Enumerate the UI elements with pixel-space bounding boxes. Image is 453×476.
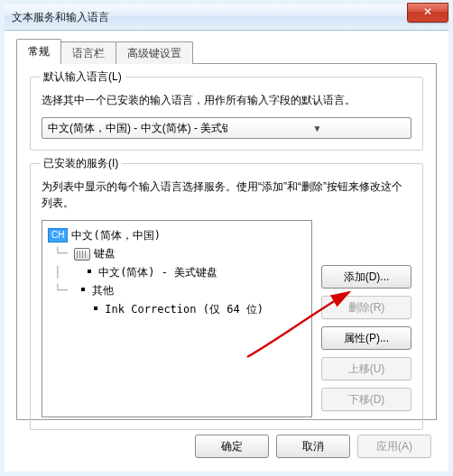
tree-other-item[interactable]: Ink Correction (仅 64 位) <box>48 300 306 318</box>
tree-root-label: 中文(简体，中国) <box>71 226 160 244</box>
tree-connector <box>48 300 87 318</box>
services-area: CH 中文(简体，中国) └─ 键盘 │ 中文(简体) - 美式键盘 <box>42 220 411 418</box>
ok-button[interactable]: 确定 <box>195 435 269 458</box>
cancel-button[interactable]: 取消 <box>276 435 350 458</box>
bullet-icon <box>88 270 91 273</box>
group-installed-services-legend: 已安装的服务(I) <box>40 156 122 171</box>
services-tree[interactable]: CH 中文(简体，中国) └─ 键盘 │ 中文(简体) - 美式键盘 <box>42 220 312 417</box>
tree-keyboard-label: 键盘 <box>94 244 116 262</box>
close-icon: ✕ <box>423 5 432 18</box>
tree-other-label: 其他 <box>92 281 114 299</box>
tree-connector: └─ <box>48 244 74 262</box>
tree-connector: └─ <box>48 281 74 299</box>
close-button[interactable]: ✕ <box>407 3 448 23</box>
keyboard-icon <box>74 248 90 261</box>
installed-services-desc: 为列表中显示的每个输入语言选择服务。使用“添加”和“删除”按钮来修改这个列表。 <box>42 178 411 211</box>
services-button-column: 添加(D)... 删除(R) 属性(P)... 上移(U) 下移(D) <box>321 220 411 418</box>
tree-root[interactable]: CH 中文(简体，中国) <box>48 226 306 244</box>
window-title: 文本服务和输入语言 <box>12 10 109 25</box>
language-badge-icon: CH <box>48 228 68 243</box>
dialog-body: 常规 语言栏 高级键设置 默认输入语言(L) 选择其中一个已安装的输入语言，用作… <box>9 34 444 467</box>
tree-kb1-label: 中文(简体) - 美式键盘 <box>98 263 217 281</box>
properties-button[interactable]: 属性(P)... <box>321 326 411 350</box>
bullet-icon <box>94 307 97 310</box>
tab-advanced-keys[interactable]: 高级键设置 <box>116 41 193 64</box>
remove-button: 删除(R) <box>321 296 411 319</box>
group-default-language: 默认输入语言(L) 选择其中一个已安装的输入语言，用作所有输入字段的默认语言。 … <box>30 77 423 151</box>
tree-keyboard-node[interactable]: └─ 键盘 <box>48 244 306 262</box>
tab-panel-general: 默认输入语言(L) 选择其中一个已安装的输入语言，用作所有输入字段的默认语言。 … <box>16 63 437 420</box>
default-language-dropdown[interactable]: 中文(简体，中国) - 中文(简体) - 美式键盘 ▼ <box>42 117 411 139</box>
group-installed-services: 已安装的服务(I) 为列表中显示的每个输入语言选择服务。使用“添加”和“删除”按… <box>30 163 423 430</box>
tree-other-node[interactable]: └─ 其他 <box>48 281 306 299</box>
tree-keyboard-item[interactable]: │ 中文(简体) - 美式键盘 <box>48 263 306 281</box>
move-up-button: 上移(U) <box>321 357 411 380</box>
default-language-desc: 选择其中一个已安装的输入语言，用作所有输入字段的默认语言。 <box>42 92 411 108</box>
dialog-footer: 确定 取消 应用(A) <box>195 435 431 458</box>
add-button[interactable]: 添加(D)... <box>321 265 411 288</box>
dialog-window: 文本服务和输入语言 ✕ 常规 语言栏 高级键设置 默认输入语言(L) 选择其中一… <box>0 0 453 476</box>
chevron-down-icon: ▼ <box>227 124 407 133</box>
tab-language-bar[interactable]: 语言栏 <box>60 41 116 64</box>
move-down-button: 下移(D) <box>321 388 411 411</box>
tree-connector: │ <box>48 263 80 281</box>
apply-button: 应用(A) <box>357 435 431 458</box>
tab-general[interactable]: 常规 <box>16 39 61 64</box>
spacer <box>321 220 411 265</box>
default-language-value: 中文(简体，中国) - 中文(简体) - 美式键盘 <box>48 121 227 136</box>
bullet-icon <box>81 288 85 291</box>
title-bar: 文本服务和输入语言 ✕ <box>5 5 448 31</box>
group-default-language-legend: 默认输入语言(L) <box>40 69 125 85</box>
tree-other1-label: Ink Correction (仅 64 位) <box>105 300 263 318</box>
tab-strip: 常规 语言栏 高级键设置 <box>16 41 437 63</box>
